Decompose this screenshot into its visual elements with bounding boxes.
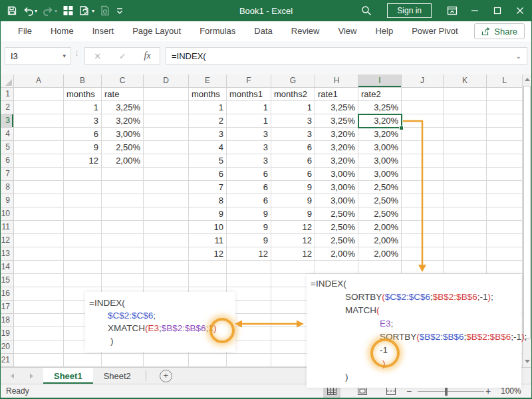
cell-H7[interactable]: 3,00% (315, 168, 358, 181)
cell-K8[interactable] (444, 181, 487, 194)
expand-formula-bar-icon[interactable]: ⌄ (516, 53, 527, 60)
row-header-6[interactable]: 6 (1, 154, 14, 168)
save-icon[interactable] (5, 3, 19, 19)
close-button[interactable] (509, 0, 531, 21)
cell-F15[interactable] (227, 274, 271, 287)
ribbon-tab-file[interactable]: File (9, 21, 41, 41)
cell-D11[interactable] (144, 221, 189, 234)
cell-L10[interactable] (487, 207, 523, 221)
cell-C1[interactable]: rate (102, 88, 144, 101)
cell-B1[interactable]: months (64, 88, 102, 101)
cell-K7[interactable] (444, 168, 487, 181)
sheet-nav-left-icon[interactable] (10, 370, 15, 382)
ribbon-tab-data[interactable]: Data (245, 21, 281, 41)
cell-D9[interactable] (144, 194, 189, 207)
cell-G13[interactable]: 12 (271, 247, 315, 261)
cell-G4[interactable]: 3 (271, 128, 315, 141)
cell-J8[interactable] (402, 181, 444, 194)
name-box-dropdown-icon[interactable]: ▾ (63, 53, 70, 59)
cell-F5[interactable]: 3 (227, 141, 271, 154)
fill-handle[interactable] (399, 126, 404, 130)
cell-A8[interactable] (14, 181, 64, 194)
zoom-level-label[interactable]: 100% (501, 386, 521, 396)
cell-G7[interactable]: 6 (271, 168, 315, 181)
cell-B15[interactable] (64, 274, 102, 287)
maximize-button[interactable] (486, 0, 509, 21)
sheet-nav-right-icon[interactable] (29, 370, 34, 382)
cell-H9[interactable]: 3,00% (315, 194, 358, 207)
cell-C14[interactable] (102, 261, 144, 274)
cell-K1[interactable] (444, 88, 487, 101)
cell-J7[interactable] (402, 168, 444, 181)
row-header-5[interactable]: 5 (1, 141, 14, 154)
cell-D10[interactable] (144, 207, 189, 221)
cell-B21[interactable] (64, 354, 102, 367)
cell-G2[interactable]: 1 (271, 101, 315, 114)
cell-K4[interactable] (444, 128, 487, 141)
cell-K9[interactable] (444, 194, 487, 207)
cell-B5[interactable]: 9 (64, 141, 102, 154)
ribbon-display-options-icon[interactable] (441, 0, 464, 21)
scroll-down-icon[interactable] (523, 356, 531, 366)
cell-D2[interactable] (144, 101, 189, 114)
cell-G6[interactable]: 6 (271, 154, 315, 168)
cell-F2[interactable]: 1 (227, 101, 271, 114)
cell-E14[interactable] (189, 261, 227, 274)
cell-H12[interactable]: 2,50% (315, 234, 358, 247)
row-header-17[interactable]: 17 (1, 301, 14, 314)
col-header-L[interactable]: L (487, 74, 523, 88)
undo-dropdown-icon[interactable]: ▾ (35, 8, 37, 14)
insert-function-icon[interactable]: fx (144, 51, 151, 61)
cell-I11[interactable]: 2,00% (358, 221, 402, 234)
col-header-K[interactable]: K (444, 74, 487, 88)
document-icon[interactable] (98, 3, 112, 19)
row-header-15[interactable]: 15 (1, 274, 14, 287)
cell-K13[interactable] (444, 247, 487, 261)
cell-G10[interactable]: 9 (271, 207, 315, 221)
cell-C13[interactable] (102, 247, 144, 261)
cell-H3[interactable]: 3,25% (315, 114, 358, 128)
col-header-B[interactable]: B (64, 74, 102, 88)
cell-L3[interactable] (487, 114, 523, 128)
cell-A9[interactable] (14, 194, 64, 207)
cell-H6[interactable]: 3,20% (315, 154, 358, 168)
cell-C10[interactable] (102, 207, 144, 221)
cell-D1[interactable] (144, 88, 189, 101)
cell-A18[interactable] (14, 314, 64, 327)
row-header-18[interactable]: 18 (1, 314, 14, 327)
cell-H5[interactable]: 3,20% (315, 141, 358, 154)
cell-H1[interactable]: rate1 (315, 88, 358, 101)
zoom-slider-handle[interactable] (445, 387, 448, 396)
ribbon-tab-insert[interactable]: Insert (83, 21, 124, 41)
cell-D8[interactable] (144, 181, 189, 194)
cell-L6[interactable] (487, 154, 523, 168)
row-header-3[interactable]: 3 (1, 114, 14, 128)
row-header-1[interactable]: 1 (1, 88, 14, 101)
cell-F14[interactable] (227, 261, 271, 274)
cell-H2[interactable]: 3,25% (315, 101, 358, 114)
ribbon-tab-formulas[interactable]: Formulas (190, 21, 245, 41)
cell-A5[interactable] (14, 141, 64, 154)
search-icon[interactable] (355, 0, 378, 21)
paste-dropdown-icon[interactable]: ▾ (92, 8, 94, 14)
cell-E9[interactable]: 8 (189, 194, 227, 207)
cell-C7[interactable] (102, 168, 144, 181)
cell-K12[interactable] (444, 234, 487, 247)
row-header-21[interactable]: 21 (1, 354, 14, 367)
customize-qat-icon[interactable] (114, 3, 126, 19)
cell-F9[interactable]: 6 (227, 194, 271, 207)
cell-K14[interactable] (444, 261, 487, 274)
cell-L12[interactable] (487, 234, 523, 247)
grid-view-icon[interactable] (61, 3, 76, 19)
row-header-20[interactable]: 20 (1, 340, 14, 354)
cell-K2[interactable] (444, 101, 487, 114)
name-box[interactable]: I3 ▾ (5, 47, 71, 65)
ribbon-tab-review[interactable]: Review (282, 21, 329, 41)
cell-F3[interactable]: 1 (227, 114, 271, 128)
cell-I7[interactable]: 3,00% (358, 168, 402, 181)
cell-B7[interactable] (64, 168, 102, 181)
cell-A1[interactable] (14, 88, 64, 101)
cell-E21[interactable] (189, 354, 227, 367)
cell-H13[interactable]: 2,00% (315, 247, 358, 261)
cell-G5[interactable]: 6 (271, 141, 315, 154)
